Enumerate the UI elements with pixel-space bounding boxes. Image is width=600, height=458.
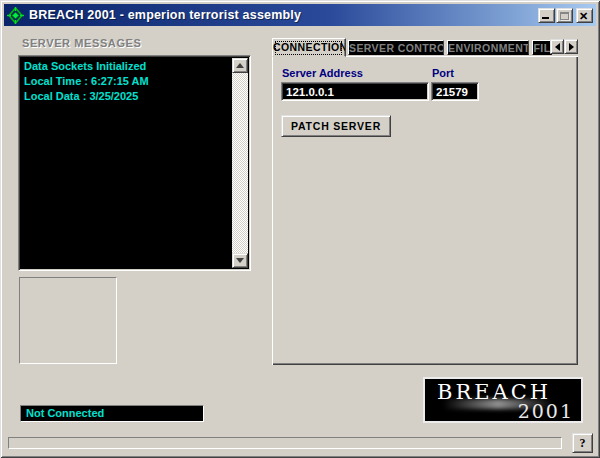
patch-server-button[interactable]: PATCH SERVER [281,115,391,137]
maximize-button[interactable] [556,8,573,23]
message-line: Data Sockets Initialized [24,59,230,74]
arrow-left-icon [555,43,560,51]
arrow-down-icon [236,258,244,263]
tab-label: ENVIRONMENT [448,42,529,54]
port-label: Port [432,67,454,79]
scroll-up-button[interactable] [232,58,248,73]
server-address-label: Server Address [282,67,363,79]
vertical-scrollbar[interactable] [232,58,248,268]
server-messages-label: SERVER MESSAGES [22,37,141,49]
message-line: Local Time : 6:27:15 AM [24,74,230,89]
app-icon [7,7,24,24]
titlebar[interactable]: BREACH 2001 - emperion terrorist assembl… [4,4,596,26]
minimize-icon [542,17,549,19]
minimize-button[interactable] [538,8,555,23]
preview-box [19,277,117,364]
tab-server-control[interactable]: SERVER CONTROL [348,40,444,55]
arrow-up-icon [236,63,244,68]
server-messages-list[interactable]: Data Sockets Initialized Local Time : 6:… [18,55,251,271]
window-title: BREACH 2001 - emperion terrorist assembl… [29,8,537,22]
scroll-down-button[interactable] [232,253,248,268]
maximize-icon [560,12,569,20]
tab-label: SERVER CONTROL [349,42,444,54]
connection-status: Not Connected [20,405,204,422]
port-input[interactable] [431,82,479,101]
progress-bar [8,437,562,449]
help-button[interactable]: ? [572,433,593,453]
tab-scroll-right-button[interactable] [564,39,578,54]
tab-files[interactable]: FIL [532,40,552,55]
message-lines: Data Sockets Initialized Local Time : 6:… [24,59,230,104]
app-window: BREACH 2001 - emperion terrorist assembl… [0,0,600,458]
tab-scroll-left-button[interactable] [550,39,564,54]
tab-label: FIL [534,42,551,54]
tab-connection[interactable]: CONNECTION [272,38,346,57]
breach-logo: BREACH 2001 [423,377,583,423]
logo-text-2001: 2001 [518,400,574,422]
arrow-right-icon [569,43,574,51]
tab-label: CONNECTION [273,41,346,53]
message-line: Local Data : 3/25/2025 [24,89,230,104]
tab-environment[interactable]: ENVIRONMENT [447,40,529,55]
close-button[interactable]: ✕ [576,8,593,23]
tab-page-connection: Server Address Port PATCH SERVER [272,56,578,365]
server-address-input[interactable] [281,82,429,101]
close-icon: ✕ [579,10,588,22]
